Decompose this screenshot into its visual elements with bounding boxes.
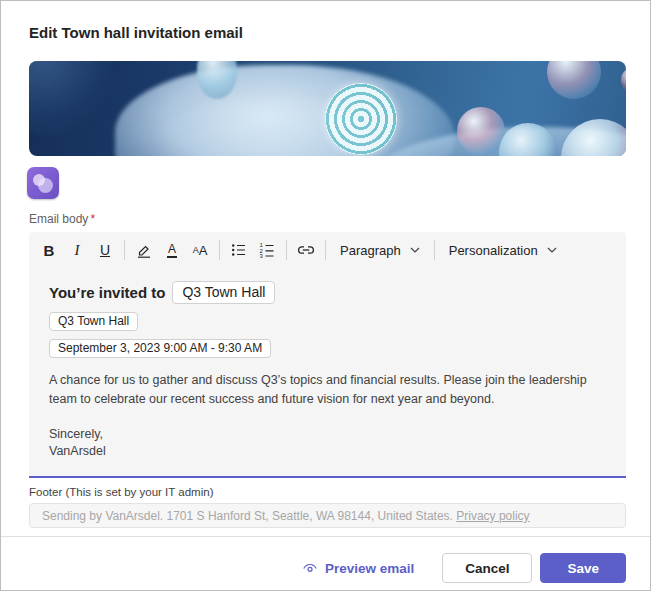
privacy-policy-link[interactable]: Privacy policy <box>456 509 529 523</box>
banner-art <box>457 107 505 155</box>
datetime-chip-row: September 3, 2023 9:00 AM - 9:30 AM <box>49 338 606 358</box>
bold-button[interactable]: B <box>35 236 63 264</box>
highlighter-icon <box>135 241 153 259</box>
font-size-icon: A <box>199 243 208 258</box>
email-body-label-text: Email body <box>29 212 88 226</box>
preview-email-label: Preview email <box>325 561 414 576</box>
bold-icon: B <box>44 242 55 259</box>
event-name-chip[interactable]: Q3 Town Hall <box>49 312 138 331</box>
insert-link-button[interactable] <box>292 236 320 264</box>
paragraph-dropdown-label: Paragraph <box>340 243 401 258</box>
toolbar-divider <box>286 240 287 260</box>
preview-email-button[interactable]: Preview email <box>296 559 420 577</box>
italic-button[interactable]: I <box>63 236 91 264</box>
bullet-list-button[interactable] <box>225 236 253 264</box>
event-chip-row: Q3 Town Hall <box>49 311 606 331</box>
signature-line: VanArsdel <box>49 443 606 460</box>
email-body-editor: B I U A AA <box>29 232 626 478</box>
bullet-list-icon <box>230 241 248 259</box>
required-asterisk: * <box>90 212 95 226</box>
banner-art <box>547 61 601 99</box>
email-heading: You’re invited to Q3 Town Hall <box>49 281 606 304</box>
save-button[interactable]: Save <box>540 553 626 583</box>
email-heading-text: You’re invited to <box>49 284 165 301</box>
email-signoff: Sincerely, VanArsdel <box>49 426 606 460</box>
footer-label: Footer (This is set by your IT admin) <box>29 486 622 498</box>
link-icon <box>296 240 316 260</box>
personalization-dropdown[interactable]: Personalization <box>440 236 566 264</box>
toolbar-divider <box>124 240 125 260</box>
chevron-down-icon <box>547 247 557 253</box>
event-title-chip[interactable]: Q3 Town Hall <box>172 281 275 304</box>
email-paragraph: A chance for us to gather and discuss Q3… <box>49 371 606 409</box>
banner-art <box>29 61 113 137</box>
underline-icon: U <box>100 242 110 258</box>
toolbar-divider <box>219 240 220 260</box>
personalization-dropdown-label: Personalization <box>449 243 538 258</box>
font-size-button[interactable]: AA <box>186 236 214 264</box>
highlight-button[interactable] <box>130 236 158 264</box>
font-color-button[interactable]: A <box>158 236 186 264</box>
eye-icon <box>302 560 318 576</box>
event-datetime-chip[interactable]: September 3, 2023 9:00 AM - 9:30 AM <box>49 339 271 358</box>
paragraph-style-dropdown[interactable]: Paragraph <box>331 236 429 264</box>
app-icon-circle <box>38 178 53 193</box>
footer-text: Sending by VanArsdel. 1701 S Hanford St,… <box>42 509 453 523</box>
chevron-down-icon <box>410 247 420 253</box>
italic-icon: I <box>75 242 80 259</box>
edit-town-hall-email-dialog: Edit Town hall invitation email Email bo… <box>0 0 651 591</box>
banner-art <box>621 67 626 93</box>
cancel-button[interactable]: Cancel <box>442 553 532 583</box>
footer-input-disabled: Sending by VanArsdel. 1701 S Hanford St,… <box>29 503 626 528</box>
formatting-toolbar: B I U A AA <box>29 232 626 268</box>
banner-art <box>561 119 626 156</box>
action-bar: Preview email Cancel Save <box>1 537 650 583</box>
email-body-content[interactable]: You’re invited to Q3 Town Hall Q3 Town H… <box>29 268 626 476</box>
dialog-title: Edit Town hall invitation email <box>29 23 622 43</box>
underline-button[interactable]: U <box>91 236 119 264</box>
font-color-icon: A <box>167 243 177 258</box>
communities-app-icon <box>27 167 59 199</box>
numbered-list-icon: 1 2 3 <box>258 241 276 259</box>
toolbar-divider <box>325 240 326 260</box>
email-banner-image <box>29 61 626 156</box>
signoff-line: Sincerely, <box>49 426 606 443</box>
banner-art <box>325 83 397 155</box>
numbered-list-button[interactable]: 1 2 3 <box>253 236 281 264</box>
svg-text:3: 3 <box>259 253 263 259</box>
email-body-label: Email body* <box>29 212 622 226</box>
toolbar-divider <box>434 240 435 260</box>
